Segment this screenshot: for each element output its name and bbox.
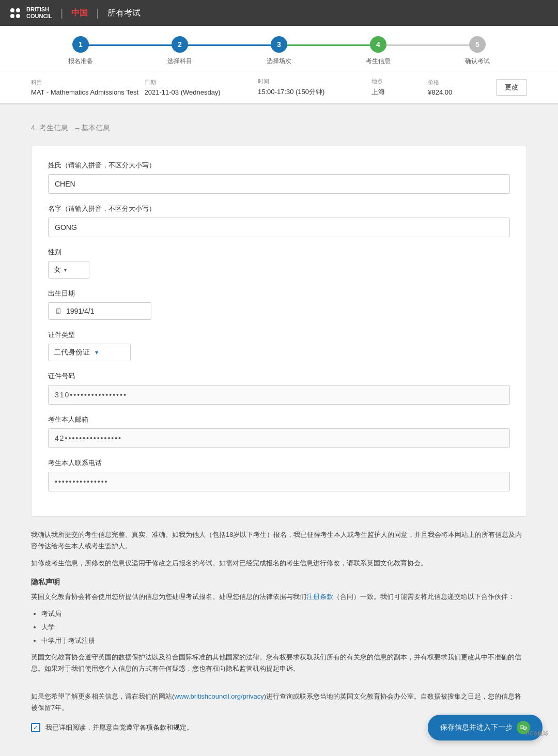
step-connector-1 bbox=[81, 44, 180, 46]
step-connector-3 bbox=[279, 44, 378, 46]
location-value: 上海 bbox=[371, 87, 428, 97]
step-3: 3 选择场次 bbox=[229, 36, 329, 66]
phone-label: 考生本人联系电话 bbox=[48, 458, 510, 468]
step-label-1: 报名准备 bbox=[68, 57, 93, 66]
header-title: 所有考试 bbox=[107, 8, 141, 19]
cert-num-group: 证件号码 bbox=[48, 372, 510, 405]
step-circle-2: 2 bbox=[172, 36, 188, 53]
gender-chevron-icon: ▾ bbox=[64, 267, 67, 273]
lastname-input[interactable] bbox=[48, 174, 510, 194]
cert-type-label: 证件类型 bbox=[48, 330, 510, 340]
section-subtitle: – 基本信息 bbox=[75, 124, 111, 132]
page-header: BRITISH COUNCIL | 中国 | 所有考试 bbox=[0, 0, 558, 26]
step-4: 4 考生信息 bbox=[329, 36, 428, 66]
gender-group: 性别 女 ▾ bbox=[48, 248, 510, 279]
section-title: 4. 考生信息 – 基本信息 bbox=[31, 120, 527, 133]
price-label: 价格 bbox=[428, 79, 496, 86]
form-card: 姓氏（请输入拼音，不区分大小写） 名字（请输入拼音，不区分大小写） 性别 女 ▾… bbox=[31, 146, 527, 517]
privacy-text1: 英国文化教育协会将会使用您所提供的信息为您处理考试报名。处理您信息的法律依据与我… bbox=[31, 591, 527, 603]
exam-info-bar: 科目 MAT - Mathematics Admissions Test 日期 … bbox=[0, 71, 558, 104]
step-circle-3: 3 bbox=[271, 36, 287, 53]
firstname-group: 名字（请输入拼音，不区分大小写） bbox=[48, 204, 510, 237]
watermark: DCA星球 bbox=[525, 730, 549, 737]
gender-value: 女 bbox=[54, 265, 61, 274]
cert-num-label: 证件号码 bbox=[48, 372, 510, 381]
email-label: 考生本人邮箱 bbox=[48, 415, 510, 424]
step-circle-4: 4 bbox=[370, 36, 386, 53]
progress-section: 1 报名准备 2 选择科目 3 选择场次 4 考生信息 5 确认考试 bbox=[0, 26, 558, 71]
step-5: 5 确认考试 bbox=[428, 36, 527, 66]
lastname-group: 姓氏（请输入拼音，不区分大小写） bbox=[48, 161, 510, 194]
cert-num-input[interactable] bbox=[48, 385, 510, 405]
logo: BRITISH COUNCIL bbox=[10, 6, 52, 20]
notice-text2: 如修改考生信息，所修改的信息仅适用于修改之后报名的考试。如需对已经完成报名的考生… bbox=[31, 558, 527, 569]
notice-text1: 我确认我所提交的考生信息完整、真实、准确。如我为他人（包括18岁以下考生）报名，… bbox=[31, 529, 527, 552]
dob-label: 出生日期 bbox=[48, 289, 510, 298]
header-china: 中国 bbox=[71, 8, 88, 19]
privacy-link2[interactable]: www.britishcouncil.org/privacy bbox=[174, 692, 264, 700]
progress-steps: 1 报名准备 2 选择科目 3 选择场次 4 考生信息 5 确认考试 bbox=[31, 36, 527, 71]
checkmark-icon: ✓ bbox=[33, 722, 38, 733]
list-item-3: 中学用于考试注册 bbox=[41, 635, 527, 646]
step-circle-1: 1 bbox=[72, 36, 89, 53]
list-item-2: 大学 bbox=[41, 622, 527, 633]
cert-type-select[interactable]: 二代身份证 ▾ bbox=[48, 344, 131, 361]
dob-value: 1991/4/1 bbox=[66, 307, 95, 315]
privacy-text2: 英国文化教育协会遵守英国的数据保护法以及符合国际标准的其他国家的法律。您有权要求… bbox=[31, 652, 527, 674]
svg-point-1 bbox=[521, 727, 522, 728]
calendar-icon: 🗓 bbox=[55, 307, 62, 315]
change-button[interactable]: 更改 bbox=[496, 79, 527, 96]
privacy-list: 考试局 大学 中学用于考试注册 bbox=[31, 608, 527, 646]
save-button-label: 保存信息并进入下一步 bbox=[440, 723, 513, 732]
logo-text: BRITISH COUNCIL bbox=[26, 6, 52, 20]
privacy-title: 隐私声明 bbox=[31, 576, 527, 589]
step-label-4: 考生信息 bbox=[366, 57, 391, 66]
step-connector-2 bbox=[180, 44, 279, 46]
subject-value: MAT - Mathematics Admissions Test bbox=[31, 88, 145, 96]
dob-input[interactable]: 🗓 1991/4/1 bbox=[48, 302, 151, 320]
gender-label: 性别 bbox=[48, 248, 510, 257]
date-value: 2021-11-03 (Wednesday) bbox=[145, 88, 258, 96]
notice-section: 我确认我所提交的考生信息完整、真实、准确。如我为他人（包括18岁以下考生）报名，… bbox=[31, 529, 527, 744]
header-divider2: | bbox=[96, 7, 99, 19]
list-item-1: 考试局 bbox=[41, 608, 527, 620]
privacy-text3: 如果您希望了解更多相关信息，请在我们的网站(www.britishcouncil… bbox=[31, 691, 527, 714]
cert-type-group: 证件类型 二代身份证 ▾ bbox=[48, 330, 510, 361]
exam-location-col: 地点 上海 bbox=[371, 78, 428, 97]
logo-dots bbox=[10, 8, 20, 18]
email-group: 考生本人邮箱 bbox=[48, 415, 510, 448]
step-1: 1 报名准备 bbox=[31, 36, 130, 66]
agreement-label: 我已详细阅读，并愿意自觉遵守各项条款和规定。 bbox=[45, 722, 193, 733]
step-label-5: 确认考试 bbox=[465, 57, 490, 66]
agreement-checkbox[interactable]: ✓ bbox=[31, 723, 40, 732]
time-value: 15:00-17:30 (150分钟) bbox=[258, 87, 371, 97]
step-connector-4 bbox=[378, 44, 477, 46]
phone-input[interactable] bbox=[48, 472, 510, 491]
step-label-3: 选择场次 bbox=[267, 57, 291, 66]
dob-group: 出生日期 🗓 1991/4/1 bbox=[48, 289, 510, 320]
gender-select[interactable]: 女 ▾ bbox=[48, 261, 89, 279]
exam-subject-col: 科目 MAT - Mathematics Admissions Test bbox=[31, 79, 145, 96]
date-label: 日期 bbox=[145, 79, 258, 86]
phone-group: 考生本人联系电话 bbox=[48, 458, 510, 491]
header-divider: | bbox=[60, 7, 63, 19]
cert-chevron-icon: ▾ bbox=[95, 349, 98, 356]
location-label: 地点 bbox=[371, 78, 428, 85]
firstname-input[interactable] bbox=[48, 218, 510, 237]
cert-type-value: 二代身份证 bbox=[54, 348, 90, 357]
exam-price-col: 价格 ¥824.00 bbox=[428, 79, 496, 96]
email-input[interactable] bbox=[48, 428, 510, 448]
step-label-2: 选择科目 bbox=[167, 57, 192, 66]
exam-time-col: 时间 15:00-17:30 (150分钟) bbox=[258, 78, 371, 97]
svg-point-5 bbox=[525, 728, 525, 728]
main-content: 4. 考生信息 – 基本信息 姓氏（请输入拼音，不区分大小写） 名字（请输入拼音… bbox=[0, 104, 558, 756]
step-2: 2 选择科目 bbox=[130, 36, 229, 66]
lastname-label: 姓氏（请输入拼音，不区分大小写） bbox=[48, 161, 510, 170]
privacy-link1[interactable]: 注册条款 bbox=[306, 593, 333, 600]
step-circle-5: 5 bbox=[469, 36, 486, 53]
firstname-label: 名字（请输入拼音，不区分大小写） bbox=[48, 204, 510, 213]
price-value: ¥824.00 bbox=[428, 88, 496, 96]
exam-date-col: 日期 2021-11-03 (Wednesday) bbox=[145, 79, 258, 96]
subject-label: 科目 bbox=[31, 79, 145, 86]
time-label: 时间 bbox=[258, 78, 371, 85]
